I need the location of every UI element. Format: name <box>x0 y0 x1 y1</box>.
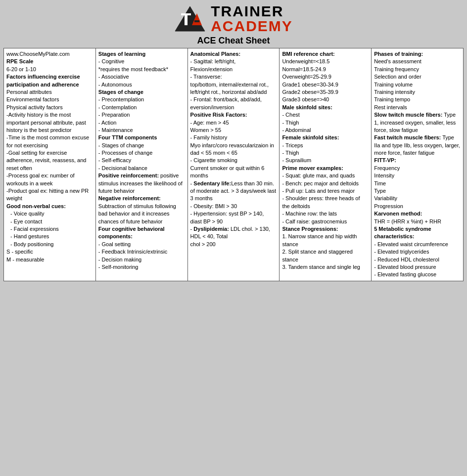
col4-machine-row: - Machine row: the lats <box>282 211 337 216</box>
col4-bench: - Bench: pec major and deltoids <box>282 180 359 186</box>
page-title: ACE Cheat Sheet <box>197 36 270 46</box>
col2-stages-change-heading: Stages of change <box>98 89 143 95</box>
col4-stance-heading: Stance Progressions: <box>282 226 338 232</box>
col5-phases-heading: Phases of training: <box>374 51 423 57</box>
col4-stance1: 1. Narrow stance and hip width stance <box>282 233 357 247</box>
logo-ta <box>174 5 206 32</box>
col3-age-men: - Age: men > 45 <box>190 120 229 126</box>
col4-pullup: - Pull up: Lats and teres major <box>282 188 355 194</box>
col4-stance2: 2. Split stance and staggered stance <box>282 249 352 262</box>
col3-anatomical-heading: Anatomical Planes: <box>190 51 240 57</box>
col4-underweight: Underweight=<18.5 <box>282 58 329 64</box>
col5-triglycerides: - Elevated triglycerides <box>374 249 429 255</box>
col5-intensity2: Intensity <box>374 173 394 178</box>
col2-preparation: - Preparation <box>98 112 130 118</box>
col5-variability: Variability <box>374 195 397 201</box>
col4-stance3: 3. Tandem stance and single leg <box>282 264 360 270</box>
col4-calf: - Calf raise: gastrocnemius <box>282 218 347 224</box>
col1-factors-heading: Factors influencing exercise participati… <box>6 74 80 87</box>
col1-nonverbal-heading: Good non-verbal cues: <box>6 203 66 209</box>
col2-decision: - Decision making <box>98 257 141 262</box>
column-3: Anatomical Planes: - Sagittal: left/righ… <box>187 48 280 281</box>
col5-volume: Training volume <box>374 82 413 87</box>
col2-ttm-stages: - Stages of change <box>98 142 144 148</box>
col3-smoker: Current smoker or quit within 6 months <box>190 165 265 178</box>
column-5: Phases of training: Need's assessment Tr… <box>372 48 464 281</box>
col4-triceps: - Triceps <box>282 142 303 148</box>
col5-selection: Selection and order <box>374 74 421 80</box>
col1-activity-history: -Activity history is the most important … <box>6 112 86 133</box>
col4-grade3: Grade3 obese=>40 <box>282 96 329 102</box>
col3-cigarette: - Cigarette smoking <box>190 157 237 163</box>
col3-sagittal: - Sagittal: left/right, Flexion/extensio… <box>190 58 236 72</box>
col4-grade2: Grade2 obese=35-39.9 <box>282 89 338 95</box>
col5-glucose: - Elevated fasting glucose <box>374 271 436 277</box>
col5-freq: Training frequency <box>374 66 419 72</box>
col1-hand: - Hand gestures <box>6 233 93 240</box>
col4-abdominal: - Abdominal <box>282 127 311 133</box>
col1-physical: Physical activity factors <box>6 104 63 110</box>
col3-chol: chol > 200 <box>190 241 216 247</box>
col1-product-goal: -Product goal ex: hitting a new PR weigh… <box>6 188 89 201</box>
col2-four-ttm: Four TTM components <box>98 134 157 140</box>
column-1: www.ChooseMyPlate.com RPE Scale 6-20 or … <box>4 48 96 281</box>
col1-s: S - specific <box>6 249 33 255</box>
col5-waist: - Elevated waist circumference <box>374 241 448 247</box>
col5-hdl: - Reduced HDL cholesterol <box>374 257 439 262</box>
content-table: www.ChooseMyPlate.com RPE Scale 6-20 or … <box>3 48 464 281</box>
logo-trainer-text: TRAINER <box>211 4 293 19</box>
col2-feedback-note: *requires the most feedback* <box>98 66 168 72</box>
col5-frequency: Frequency <box>374 165 400 171</box>
col2-goal-setting: - Goal setting <box>98 241 131 247</box>
svg-rect-2 <box>185 15 187 25</box>
col4-bmi-heading: BMI reference chart: <box>282 51 334 57</box>
col2-feedback: - Feedback Intrinsic/extrinsic <box>98 249 167 255</box>
logo-text: TRAINER ACADEMY <box>211 4 293 34</box>
col2-cognitive: - Cognitive <box>98 58 125 64</box>
col3-women: Women > 55 <box>190 127 221 133</box>
col5-metabolic-heading: 5 Metabolic syndrome characteristics: <box>374 226 431 239</box>
col2-ttm-decisional: - Decisional balance <box>98 165 147 171</box>
col5-karvonen-heading: Karvonen method: <box>374 211 422 216</box>
col2-autonomous: - Autonomous <box>98 82 132 87</box>
col1-body: - Body positioning <box>6 241 93 248</box>
col2-four-cog: Four cognitive behavioral components: <box>98 226 165 239</box>
svg-marker-0 <box>175 6 205 31</box>
col2-ttm-selfefficacy: - Self-efficacy <box>98 157 131 163</box>
col5-tempo: Training tempo <box>374 96 410 102</box>
col4-thigh-male: - Thigh <box>282 120 299 126</box>
col4-overweight: Overweight=25-29.9 <box>282 74 331 80</box>
col5-needs: Need's assessment <box>374 58 421 64</box>
col4-suprailium: - Suprailium <box>282 157 311 163</box>
col1-eye: - Eye contact <box>6 218 93 225</box>
col4-female-skinfold: Female skinfold sites: <box>282 134 339 140</box>
col4-shoulder: - Shoulder press: three heads of the del… <box>282 195 360 209</box>
col1-facial: - Facial expressions <box>6 225 93 233</box>
col1-process-goal: -Process goal ex: number of workouts in … <box>6 173 75 186</box>
col2-action: - Action <box>98 120 117 126</box>
col5-fast-twitch: Fast twitch muscle fibers: Type IIa and … <box>374 134 460 156</box>
col4-male-skinfold: Male skinfold sites: <box>282 104 332 110</box>
col2-stages-learning: Stages of learning <box>98 51 145 57</box>
column-2: Stages of learning - Cognitive *requires… <box>95 48 187 281</box>
column-4: BMI reference chart: Underweight=<18.5 N… <box>280 48 372 281</box>
col5-bp: - Elevated blood pressure <box>374 264 436 270</box>
col1-voice: - Voice quality <box>6 210 93 217</box>
col2-contemplation: - Contemplation <box>98 104 137 110</box>
svg-rect-5 <box>194 20 199 22</box>
col2-maintenance: - Maintenance <box>98 127 133 133</box>
col3-myo: Myo infarc/coro revascularizaion in dad … <box>190 142 274 156</box>
col1-rpe-values: 6-20 or 1-10 <box>6 66 36 72</box>
col3-hypertension: - Hypertension: syst BP > 140, diast BP … <box>190 211 264 224</box>
col5-intensity: Training intensity <box>374 89 415 95</box>
col1-environmental: Environmental factors <box>6 96 59 102</box>
col5-progression: Progression <box>374 203 403 209</box>
col3-transverse-detail: top/bottom, internal/external rot., left… <box>190 82 269 95</box>
col5-slow-twitch: Slow twitch muscle fibers: Type 1, incre… <box>374 112 456 133</box>
col4-grade1: Grade1 obese=30-34.9 <box>282 82 338 87</box>
col4-chest: - Chest <box>282 112 299 118</box>
col2-negative-reinf: Negative reinforcement: Subtraction of s… <box>98 195 176 224</box>
col4-prime-mover: Prime mover examples: <box>282 165 343 171</box>
logo-academy-text: ACADEMY <box>211 19 293 34</box>
col5-time: Time <box>374 180 386 186</box>
